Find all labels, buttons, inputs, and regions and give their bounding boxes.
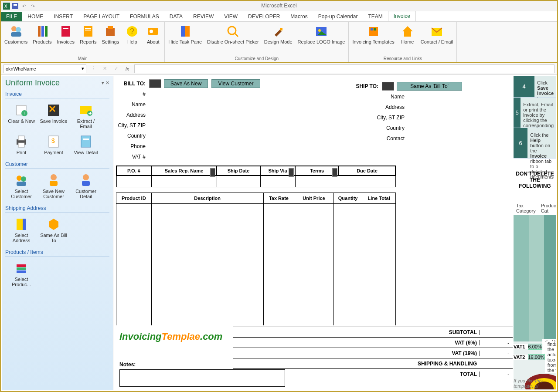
notes-input[interactable]: [119, 369, 285, 387]
tab-home[interactable]: HOME: [22, 12, 48, 21]
logo: InvoicingTemplae.com: [119, 331, 222, 342]
save-icon[interactable]: [11, 2, 19, 10]
tab-view[interactable]: VIEW: [219, 12, 243, 21]
tab-file[interactable]: FILE: [1, 12, 22, 21]
select-product-button[interactable]: Select Produc...: [5, 258, 37, 290]
print-button[interactable]: Print: [5, 132, 37, 158]
bill-country-label: Country: [116, 133, 149, 139]
customer-detail-button[interactable]: Customer Detail: [70, 170, 102, 202]
bill-address-label: Address: [116, 112, 149, 118]
name-box[interactable]: oknWhoName▾: [3, 64, 86, 73]
category-columns: [514, 215, 556, 341]
tab-data[interactable]: DATA: [164, 12, 188, 21]
picker-icon[interactable]: [332, 168, 337, 177]
view-customer-button[interactable]: View Customer: [211, 79, 260, 88]
customers-button[interactable]: Customers: [2, 24, 30, 45]
same-as-billto-sheet-button[interactable]: Same As 'Bill To': [397, 82, 462, 91]
view-detail-button[interactable]: View Detail: [70, 132, 102, 158]
payment-button[interactable]: $Payment: [37, 132, 70, 158]
expand-icon[interactable]: ⋮: [89, 66, 98, 71]
home-button[interactable]: Home: [397, 24, 418, 45]
tab-formulas[interactable]: FORMULAS: [125, 12, 164, 21]
bill-vat-label: VAT #: [116, 154, 149, 160]
accept-icon[interactable]: ✓: [112, 66, 120, 71]
product-cat-header: Product Cat.: [538, 203, 556, 213]
about-button[interactable]: About: [143, 24, 163, 45]
svg-rect-28: [371, 28, 373, 30]
undo-icon[interactable]: ↶: [20, 2, 28, 10]
svg-rect-55: [17, 270, 26, 273]
svg-rect-24: [280, 28, 282, 30]
col-description: Description: [151, 193, 263, 203]
worksheet[interactable]: BILL TO: Save As New View Customer # Nam…: [113, 76, 556, 390]
svg-rect-42: [81, 136, 91, 147]
svg-rect-15: [108, 26, 113, 29]
customers-icon: [9, 24, 23, 38]
tab-popup-calendar[interactable]: Pop-up Calendar: [313, 12, 363, 21]
tab-developer[interactable]: DEVELOPER: [243, 12, 285, 21]
hint-row: 4 Click Save Invoice to create a new inv…: [514, 76, 556, 98]
tab-invoice[interactable]: Invoice: [388, 11, 416, 21]
picker-icon[interactable]: [289, 168, 294, 177]
templates-icon: [367, 24, 381, 38]
select-cust-icon: [14, 173, 29, 188]
formula-input[interactable]: [134, 64, 555, 73]
tax-category-header: Tax Category: [514, 203, 538, 213]
taskpane-menu-icon[interactable]: ▾ ✕: [102, 80, 109, 86]
chevron-down-icon[interactable]: ▾: [82, 66, 84, 71]
select-address-button[interactable]: Select Address: [5, 214, 37, 246]
svg-point-22: [228, 27, 236, 34]
tab-macros[interactable]: Macros: [285, 12, 313, 21]
settings-button[interactable]: Settings: [99, 24, 122, 45]
same-as-billto-button[interactable]: Same As Bill To: [37, 214, 70, 246]
cancel-icon[interactable]: ✕: [100, 66, 109, 71]
disable-picker-button[interactable]: Disable On-sheet Picker: [204, 24, 262, 45]
vat2-row: VAT2 19.00% finds the actual taxrate fro…: [514, 352, 556, 362]
col-ship-date: Ship Date: [217, 166, 260, 176]
picker-icon[interactable]: [210, 168, 215, 177]
col-line-total: Line Total: [362, 193, 396, 203]
fx-icon[interactable]: fx: [123, 66, 132, 71]
clear-new-button[interactable]: +Clear & New: [5, 100, 37, 132]
items-table[interactable]: Product ID Description Tax Rate Unit Pri…: [116, 193, 396, 326]
excel-icon: X: [3, 2, 10, 10]
hint-row: 6 Click the Help button on the Invoice r…: [514, 128, 556, 159]
svg-rect-53: [17, 264, 26, 267]
work-area: Uniform Invoice▾ ✕ Invoice +Clear & New …: [2, 76, 556, 390]
shipping-label: SHIPPING & HANDLING: [233, 361, 480, 367]
select-customer-button[interactable]: Select Customer: [5, 170, 37, 202]
reports-button[interactable]: Reports: [77, 24, 99, 45]
replace-logo-button[interactable]: Replace LOGO Image: [295, 24, 348, 45]
templates-button[interactable]: Invoicing Templates: [350, 24, 397, 45]
hint-number: 5: [514, 98, 521, 128]
contact-email-button[interactable]: Contact / Email: [418, 24, 456, 45]
save-invoice-button[interactable]: Save Invoice: [37, 100, 70, 132]
total-value: -: [480, 372, 513, 377]
vat6-value: -: [480, 340, 513, 345]
design-mode-button[interactable]: Design Mode: [262, 24, 295, 45]
vat1-value[interactable]: 6.00%: [528, 344, 542, 350]
shipto-picker[interactable]: [382, 82, 394, 91]
tab-team[interactable]: TEAM: [363, 12, 388, 21]
invoices-button[interactable]: Invoices: [54, 24, 77, 45]
col-ship-via: Ship Via: [260, 166, 295, 176]
save-new-customer-button[interactable]: Save New Customer: [37, 170, 70, 202]
svg-rect-8: [41, 26, 44, 37]
vat2-value[interactable]: 19.00%: [528, 354, 545, 360]
section-products: Products / Items: [5, 249, 109, 257]
meta-table[interactable]: P.O. # Sales Rep. Name Ship Date Ship Vi…: [116, 166, 396, 187]
help-button[interactable]: ?Help: [122, 24, 143, 45]
save-icon: [46, 103, 61, 118]
tab-insert[interactable]: INSERT: [48, 12, 78, 21]
hide-taskpane-button[interactable]: Hide Task Pane: [166, 24, 204, 45]
about-icon: [146, 24, 160, 38]
section-shipping: Shipping Address: [5, 205, 109, 213]
tab-page-layout[interactable]: PAGE LAYOUT: [78, 12, 125, 21]
redo-icon[interactable]: ↷: [29, 2, 37, 10]
billto-picker[interactable]: [149, 79, 161, 88]
save-as-new-button[interactable]: Save As New: [164, 79, 208, 88]
col-product-id: Product ID: [116, 193, 152, 203]
tab-review[interactable]: REVIEW: [188, 12, 219, 21]
extract-email-button[interactable]: Extract / Email: [70, 100, 102, 132]
products-button[interactable]: Products: [30, 24, 54, 45]
